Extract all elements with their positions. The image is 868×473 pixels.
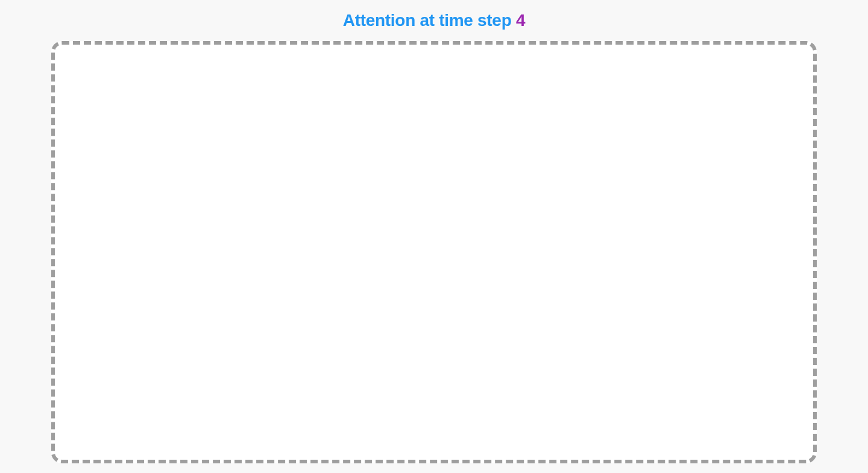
diagram-container: Attention at time step 4 <box>0 0 868 473</box>
title-text: Attention at time step <box>343 11 516 30</box>
title-step-number: 4 <box>516 11 525 30</box>
diagram-title: Attention at time step 4 <box>343 11 525 30</box>
attention-box <box>51 41 817 463</box>
